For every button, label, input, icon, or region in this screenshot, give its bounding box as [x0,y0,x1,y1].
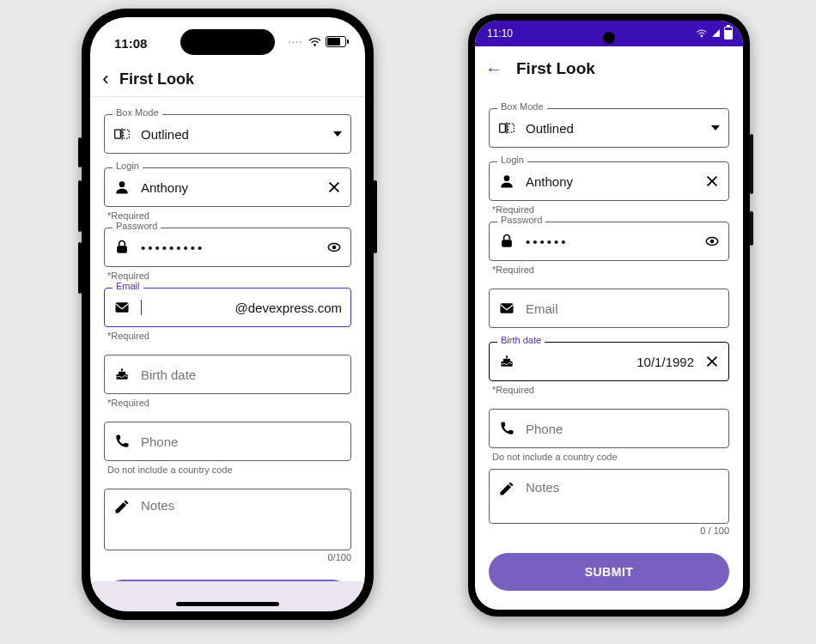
birthdate-field[interactable]: Birth date 10/1/1992 *Required [489,342,729,395]
mail-icon [498,300,515,317]
notes-label: Notes [526,480,559,495]
password-value: •••••• [526,234,694,249]
phone-helper: Do not include a country code [107,465,351,475]
page-title: First Look [516,59,595,78]
eye-icon[interactable] [704,234,720,249]
mail-icon [113,299,131,316]
boxmode-label: Box Mode [497,101,547,112]
wifi-icon [308,36,322,47]
phone-icon [498,420,515,437]
ios-nav-bar: ‹ First Look [90,62,365,97]
notes-field[interactable]: Notes 0 / 100 [489,469,729,536]
android-nav-bar: ← First Look [475,46,743,91]
phone-helper: Do not include a country code [492,452,729,462]
login-value: Anthony [526,174,694,189]
phone-label: Phone [141,434,178,449]
chevron-down-icon [333,131,342,137]
ios-form: Box Mode Outlined Login Anthony *Require… [90,97,365,562]
lock-icon [113,239,131,256]
login-field[interactable]: Login Anthony *Required [104,167,351,221]
back-arrow-icon[interactable]: ← [484,59,504,79]
password-field[interactable]: Password ••••••••• *Required [104,228,351,281]
password-value: ••••••••• [141,240,316,255]
cake-icon [113,366,131,383]
email-label: Email [526,301,558,316]
birthdate-value: 10/1/1992 [526,355,694,369]
signal-icon [711,28,721,38]
password-helper: *Required [492,264,729,275]
email-suffix: @devexpress.com [235,301,342,315]
login-helper: *Required [107,210,351,221]
iphone-device: 11:08 ···· ‹ First Look Box Mode Outline… [82,9,374,620]
eye-icon[interactable] [326,240,342,255]
login-value: Anthony [141,180,316,195]
birthdate-helper: *Required [492,385,729,395]
email-field[interactable]: Email [489,289,729,328]
notes-counter: 0 / 100 [489,526,729,536]
email-field[interactable]: Email @devexpress.com *Required [104,288,351,341]
android-form: Box Mode Outlined Login Anthony *Require… [475,91,743,536]
android-status-time: 11:10 [487,27,513,39]
notes-label: Notes [141,498,174,513]
outline-icon [498,119,515,137]
clear-icon[interactable] [326,179,342,195]
login-label: Login [497,155,527,165]
email-label: Email [113,281,143,291]
cake-icon [498,353,515,370]
login-label: Login [113,161,143,171]
password-label: Password [497,215,545,225]
pixel-device: 11:10 ← First Look Box Mode Outlined [468,14,750,617]
person-icon [113,179,131,196]
wifi-icon [696,28,708,38]
clear-icon[interactable] [704,354,720,369]
email-value [141,300,225,315]
person-icon [498,173,515,190]
login-field[interactable]: Login Anthony *Required [489,161,729,215]
clear-icon[interactable] [704,173,720,189]
pencil-icon [498,480,515,497]
password-helper: *Required [107,270,351,281]
battery-icon [724,27,733,39]
boxmode-value: Outlined [141,127,323,142]
lock-icon [498,233,515,250]
birthdate-label: Birth date [141,368,196,382]
birthdate-helper: *Required [107,398,351,408]
battery-icon [326,36,346,47]
page-title: First Look [119,70,194,88]
ios-status-time: 11:08 [114,36,147,51]
chevron-down-icon [711,125,720,131]
phone-field[interactable]: Phone Do not include a country code [104,422,351,475]
password-label: Password [113,221,161,231]
boxmode-label: Box Mode [113,107,162,118]
boxmode-value: Outlined [526,121,701,136]
phone-field[interactable]: Phone Do not include a country code [489,409,729,462]
ios-status-dots: ···· [289,37,302,47]
birthdate-label: Birth date [497,335,545,345]
notes-field[interactable]: Notes 0/100 [104,489,351,562]
password-field[interactable]: Password •••••• *Required [489,222,729,275]
back-chevron-icon[interactable]: ‹ [95,70,116,88]
email-helper: *Required [107,331,351,341]
outline-icon [113,125,131,143]
boxmode-field[interactable]: Box Mode Outlined [104,114,351,154]
iphone-screen: 11:08 ···· ‹ First Look Box Mode Outline… [90,17,365,611]
submit-button[interactable]: SUBMIT [489,553,729,591]
home-indicator [176,602,279,606]
boxmode-field[interactable]: Box Mode Outlined [489,108,729,148]
birthdate-field[interactable]: Birth date *Required [104,355,351,408]
phone-icon [113,433,131,450]
login-helper: *Required [492,204,729,215]
pencil-icon [113,498,131,515]
notes-counter: 0/100 [104,552,351,562]
phone-label: Phone [526,422,563,436]
pixel-screen: 11:10 ← First Look Box Mode Outlined [475,21,743,610]
